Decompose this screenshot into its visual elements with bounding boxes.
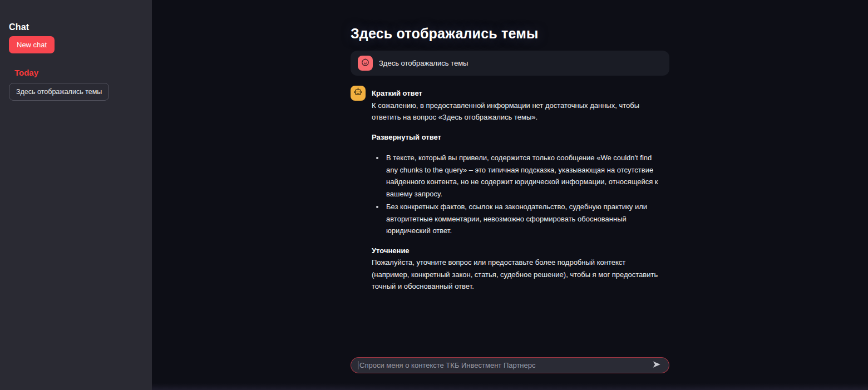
user-message-text: Здесь отображались темы [379,59,468,67]
user-message: Здесь отображались темы [351,51,669,76]
page-title: Здесь отображались темы [351,26,669,42]
clarification-text: Пожалуйста, уточните вопрос или предоста… [372,256,664,293]
short-answer-text: К сожалению, в предоставленной информаци… [372,100,664,124]
assistant-message-body: Краткий ответ К сожалению, в предоставле… [372,86,664,293]
today-section-label: Today [9,68,143,77]
assistant-avatar [351,86,366,101]
user-avatar [358,56,373,71]
app-window: Chat New chat Today Здесь отображались т… [0,0,868,390]
text-caret [358,361,358,369]
sidebar-item-history[interactable]: Здесь отображались темы [9,83,109,101]
clarification-heading: Уточнение [372,245,664,257]
chat-content: Здесь отображались темы Здесь отобра [351,26,669,293]
short-answer-heading: Краткий ответ [372,87,664,100]
chat-input[interactable] [359,361,647,369]
detailed-answer-heading: Развернутый ответ [372,131,664,144]
composer-wrap [351,357,669,390]
sidebar-title: Chat [9,22,143,32]
send-button[interactable] [651,360,662,371]
assistant-message: Краткий ответ К сожалению, в предоставле… [351,86,669,293]
person-face-icon [360,57,371,70]
sidebar: Chat New chat Today Здесь отображались т… [0,0,152,390]
answer-bullet-list: В тексте, который вы привели, содержится… [372,152,664,237]
main-area: Здесь отображались темы Здесь отобра [152,0,868,390]
answer-bullet: В тексте, который вы привели, содержится… [384,152,664,200]
answer-bullet: Без конкретных фактов, ссылок на законод… [384,201,664,237]
robot-face-icon [353,87,363,100]
new-chat-button[interactable]: New chat [9,36,55,53]
send-arrow-icon [652,359,662,371]
composer [351,357,669,373]
